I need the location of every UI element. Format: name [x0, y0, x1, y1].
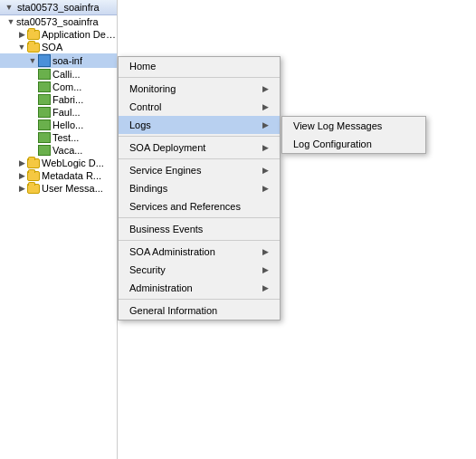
menu-arrow-logs: ▶	[262, 120, 269, 129]
menu-sep-5	[119, 240, 280, 241]
menu-item-control[interactable]: Control ▶	[119, 98, 280, 116]
tree-node-soa-inf[interactable]: ▼ soa-inf	[0, 53, 117, 68]
menu-item-business-events-label: Business Events	[129, 224, 203, 234]
composite-icon-vaca	[38, 145, 51, 156]
composite-icon-faul	[38, 107, 51, 118]
menu-item-services-references-label: Services and References	[129, 201, 241, 212]
menu-item-administration[interactable]: Administration ▶	[119, 279, 280, 297]
node-label-com: Com...	[52, 81, 81, 92]
tree-header-toggle[interactable]: ▼	[4, 2, 14, 13]
menu-item-monitoring[interactable]: Monitoring ▶	[119, 80, 280, 98]
composite-icon-test	[38, 132, 51, 143]
tree-node-weblogic[interactable]: ▶ WebLogic D...	[0, 157, 117, 169]
node-label-user-messa: User Messa...	[42, 183, 103, 194]
menu-item-soa-deployment-label: SOA Deployment	[129, 142, 205, 153]
menu-item-soa-deployment[interactable]: SOA Deployment ▶	[119, 139, 280, 157]
submenu-item-view-log-messages[interactable]: View Log Messages	[282, 117, 425, 135]
toggle-user-messa: ▶	[16, 183, 27, 194]
node-label-soa-inf: soa-inf	[52, 55, 82, 66]
node-label-soa: SOA	[42, 42, 62, 53]
submenu-item-log-configuration[interactable]: Log Configuration	[282, 135, 425, 153]
folder-icon-user-messa	[27, 184, 40, 194]
folder-icon-app-deployments	[27, 30, 40, 40]
menu-sep-3	[119, 158, 280, 159]
menu-arrow-control: ▶	[262, 102, 269, 111]
menu-item-general-information[interactable]: General Information	[119, 301, 280, 320]
menu-sep-2	[119, 136, 280, 137]
tree-node-vaca[interactable]: Vaca...	[0, 144, 117, 157]
composite-icon-calli	[38, 69, 51, 80]
composite-icon-com	[38, 81, 51, 92]
node-label-hello: Hello...	[52, 120, 83, 130]
menu-item-logs-label: Logs	[129, 120, 151, 130]
submenu-label-log-configuration: Log Configuration	[293, 139, 372, 149]
node-label-vaca: Vaca...	[52, 145, 82, 156]
submenu-label-view-log-messages: View Log Messages	[293, 120, 382, 131]
menu-item-security-label: Security	[129, 264, 166, 275]
tree-node-com[interactable]: Com...	[0, 81, 117, 93]
menu-arrow-security: ▶	[262, 265, 269, 274]
menu-item-soa-administration[interactable]: SOA Administration ▶	[119, 243, 280, 261]
toggle-metadata: ▶	[16, 170, 27, 181]
menu-arrow-soa-deployment: ▶	[262, 143, 269, 152]
toggle-soa-inf: ▼	[27, 55, 38, 66]
menu-item-service-engines[interactable]: Service Engines ▶	[119, 161, 280, 179]
tree-header: ▼ sta00573_soainfra	[0, 0, 117, 15]
node-label-fabri: Fabri...	[52, 94, 83, 105]
node-label-faul: Faul...	[52, 107, 81, 118]
menu-item-business-events[interactable]: Business Events	[119, 220, 280, 238]
menu-arrow-bindings: ▶	[262, 184, 269, 193]
logs-submenu: View Log Messages Log Configuration	[281, 116, 426, 154]
node-label-weblogic: WebLogic D...	[42, 158, 104, 168]
composite-icon-fabri	[38, 94, 51, 105]
menu-item-control-label: Control	[129, 101, 161, 112]
toggle-app-deployments: ▶	[16, 29, 27, 40]
menu-arrow-service-engines: ▶	[262, 166, 269, 175]
tree-header-label: sta00573_soainfra	[17, 2, 100, 13]
soa-icon-soa-inf	[38, 54, 51, 67]
menu-arrow-administration: ▶	[262, 283, 269, 292]
menu-item-bindings-label: Bindings	[129, 183, 167, 194]
menu-item-monitoring-label: Monitoring	[129, 83, 176, 94]
tree-node-root[interactable]: ▼ sta00573_soainfra	[0, 15, 117, 28]
node-label-root: sta00573_soainfra	[16, 16, 99, 27]
menu-sep-4	[119, 217, 280, 218]
menu-item-service-engines-label: Service Engines	[129, 165, 202, 176]
tree-node-user-messa[interactable]: ▶ User Messa...	[0, 182, 117, 195]
composite-icon-hello	[38, 120, 51, 130]
toggle-soa: ▼	[16, 42, 27, 53]
menu-item-home-label: Home	[129, 61, 156, 72]
tree-node-calli[interactable]: Calli...	[0, 68, 117, 81]
tree-node-faul[interactable]: Faul...	[0, 106, 117, 119]
toggle-root: ▼	[5, 16, 16, 27]
node-label-app-deployments: Application Deployments	[42, 29, 117, 40]
menu-arrow-monitoring: ▶	[262, 84, 269, 93]
menu-item-bindings[interactable]: Bindings ▶	[119, 179, 280, 197]
context-menu: Home Monitoring ▶ Control ▶ Logs ▶ View …	[118, 56, 281, 320]
menu-arrow-soa-administration: ▶	[262, 247, 269, 256]
node-label-metadata: Metadata R...	[42, 170, 101, 181]
folder-icon-metadata	[27, 171, 40, 181]
menu-item-general-information-label: General Information	[129, 305, 217, 316]
menu-item-logs[interactable]: Logs ▶ View Log Messages Log Configurati…	[119, 116, 280, 134]
tree-node-fabri[interactable]: Fabri...	[0, 93, 117, 106]
menu-item-home[interactable]: Home	[119, 57, 280, 75]
menu-item-administration-label: Administration	[129, 282, 193, 293]
menu-sep-1	[119, 77, 280, 78]
node-label-calli: Calli...	[52, 69, 81, 80]
tree-node-test[interactable]: Test...	[0, 131, 117, 144]
menu-sep-6	[119, 299, 280, 300]
tree-node-app-deployments[interactable]: ▶ Application Deployments	[0, 28, 117, 41]
toggle-weblogic: ▶	[16, 158, 27, 168]
menu-item-security[interactable]: Security ▶	[119, 261, 280, 279]
tree-panel: ▼ sta00573_soainfra ▼ sta00573_soainfra …	[0, 0, 118, 459]
folder-icon-soa	[27, 43, 40, 53]
menu-item-services-references[interactable]: Services and References	[119, 197, 280, 215]
folder-icon-weblogic	[27, 158, 40, 168]
node-label-test: Test...	[52, 132, 79, 143]
tree-node-soa[interactable]: ▼ SOA	[0, 41, 117, 53]
tree-node-hello[interactable]: Hello...	[0, 119, 117, 131]
tree-node-metadata[interactable]: ▶ Metadata R...	[0, 169, 117, 182]
menu-item-soa-administration-label: SOA Administration	[129, 246, 215, 257]
